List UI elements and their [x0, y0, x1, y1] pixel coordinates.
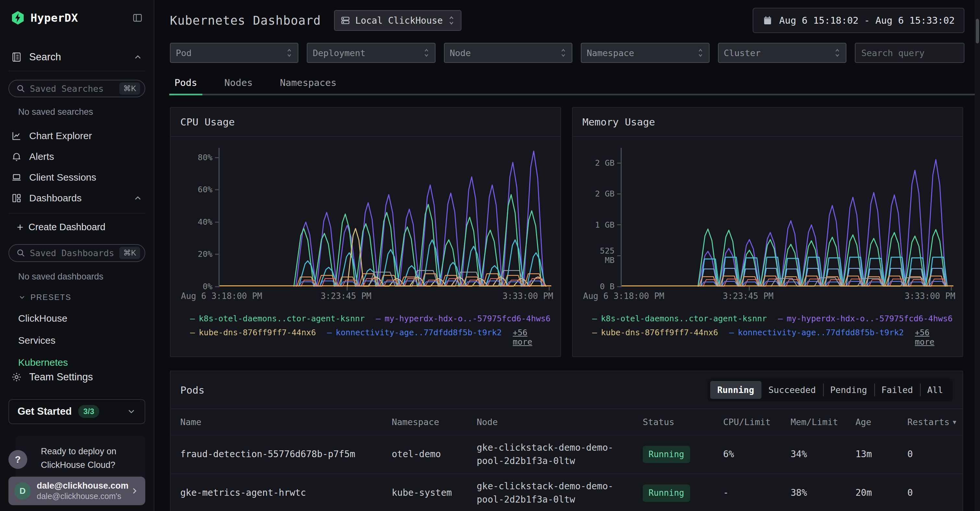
- sidebar-item-client-sessions[interactable]: Client Sessions: [8, 167, 145, 188]
- create-dashboard-button[interactable]: + Create Dashboard: [8, 216, 145, 236]
- col-header-node[interactable]: Node: [477, 417, 643, 427]
- saved-dashboards-input[interactable]: Saved Dashboards ⌘K: [8, 244, 145, 262]
- chevron-down-icon: [18, 293, 26, 301]
- user-org: dale@clickhouse.com's: [37, 491, 124, 501]
- pods-panel-title: Pods: [180, 384, 205, 396]
- tab-nodes[interactable]: Nodes: [219, 73, 258, 96]
- chevron-updown-icon: [834, 48, 840, 58]
- sidebar-item-chart-explorer[interactable]: Chart Explorer: [8, 126, 145, 146]
- legend-item[interactable]: —k8s-otel-daemons..ctor-agent-ksnnr: [190, 314, 365, 323]
- pod-filter-select[interactable]: Pod: [170, 43, 298, 63]
- pod-age: 20m: [856, 486, 907, 500]
- deployment-filter-select[interactable]: Deployment: [307, 43, 435, 63]
- presets-toggle[interactable]: PRESETS: [18, 293, 145, 302]
- cluster-filter-select[interactable]: Cluster: [718, 43, 846, 63]
- namespace-filter-label: Namespace: [587, 48, 697, 58]
- pods-table-panel: Pods Running Succeeded Pending Failed Al…: [170, 371, 963, 511]
- pod-namespace: kube-system: [392, 486, 477, 500]
- saved-searches-input[interactable]: Saved Searches ⌘K: [8, 80, 145, 97]
- status-filter-failed[interactable]: Failed: [874, 381, 920, 399]
- scrollbar-thumb[interactable]: [976, 19, 979, 43]
- col-header-mem[interactable]: Mem/Limit: [791, 417, 856, 427]
- vertical-scrollbar[interactable]: [975, 0, 980, 511]
- status-filter-succeeded[interactable]: Succeeded: [761, 381, 823, 399]
- pod-mem: 34%: [791, 448, 856, 461]
- x-axis-tick: [549, 287, 550, 291]
- promo-line1: Ready to deploy on: [41, 445, 139, 458]
- tab-pods[interactable]: Pods: [169, 73, 202, 96]
- chevron-up-icon: [133, 52, 143, 62]
- saved-searches-placeholder: Saved Searches: [30, 84, 115, 94]
- no-saved-searches-text: No saved searches: [18, 107, 145, 117]
- col-header-restarts[interactable]: Restarts ▼: [907, 417, 963, 427]
- pod-node: gke-clickstack-demo-demo- pool-2d2b1f3a-…: [477, 441, 643, 468]
- pod-cpu: -: [723, 486, 791, 500]
- get-started-button[interactable]: Get Started 3/3: [8, 399, 145, 424]
- status-filter-running[interactable]: Running: [710, 381, 761, 399]
- date-range-picker[interactable]: Aug 6 15:18:02 - Aug 6 15:33:02: [752, 8, 964, 33]
- tab-namespaces[interactable]: Namespaces: [275, 73, 342, 96]
- kbd-shortcut: ⌘K: [119, 82, 140, 95]
- avatar: D: [14, 482, 31, 500]
- col-header-status[interactable]: Status: [643, 417, 723, 427]
- pod-cpu: 6%: [723, 448, 791, 461]
- sidebar-item-team-settings[interactable]: Team Settings: [8, 368, 145, 386]
- source-selector[interactable]: Local ClickHouse: [334, 10, 462, 31]
- divider: [8, 71, 145, 71]
- legend-more-link[interactable]: +56 more: [915, 328, 953, 347]
- chevron-down-icon: [126, 407, 136, 416]
- pod-restarts: 0: [907, 486, 963, 500]
- sidebar-item-label: Dashboards: [29, 193, 82, 204]
- header: Kubernetes Dashboard Local ClickHouse Au…: [154, 0, 980, 39]
- legend-item[interactable]: —my-hyperdx-hdx-o..-57975fcd6-4hws6: [778, 314, 953, 323]
- namespace-filter-select[interactable]: Namespace: [581, 43, 709, 63]
- laptop-icon: [11, 172, 22, 183]
- col-header-age[interactable]: Age: [856, 417, 907, 427]
- memory-usage-panel: Memory Usage 2 GB2 GB1 GB525 MB0 B Aug 6…: [572, 107, 963, 357]
- col-header-cpu[interactable]: CPU/Limit: [723, 417, 791, 427]
- status-filter-all[interactable]: All: [920, 381, 950, 399]
- deployment-filter-label: Deployment: [313, 48, 423, 58]
- preset-clickhouse[interactable]: ClickHouse: [18, 313, 145, 324]
- cpu-usage-chart: 80%60%40%20%0%: [219, 148, 551, 287]
- sidebar-item-label: Client Sessions: [29, 172, 96, 183]
- sidebar-collapse-icon[interactable]: [132, 12, 143, 24]
- table-row[interactable]: gke-metrics-agent-hrwtc kube-system gke-…: [170, 474, 963, 511]
- bell-icon: [11, 151, 22, 162]
- legend-item[interactable]: —konnectivity-age..77dfdd8f5b-t9rk2: [729, 328, 904, 337]
- dashboard-grid-icon: [11, 193, 22, 204]
- legend-item[interactable]: —k8s-otel-daemons..ctor-agent-ksnnr: [592, 314, 767, 323]
- legend-item[interactable]: —my-hyperdx-hdx-o..-57975fcd6-4hws6: [376, 314, 550, 323]
- preset-services[interactable]: Services: [18, 335, 145, 346]
- logo-row: HyperDX: [8, 8, 145, 27]
- sidebar-item-search[interactable]: Search: [8, 48, 145, 66]
- search-query-input[interactable]: Search query: [855, 43, 964, 63]
- chevron-up-icon: [133, 193, 143, 203]
- node-filter-select[interactable]: Node: [444, 43, 573, 63]
- tabs-underline: [169, 94, 980, 96]
- memory-legend: —k8s-otel-daemons..ctor-agent-ksnnr —my-…: [573, 307, 963, 357]
- x-axis-tick: [347, 287, 348, 291]
- series-my-hyperdx-hdx-o..-57975fcd6-4hws6: [698, 159, 946, 287]
- help-button[interactable]: ?: [8, 450, 27, 469]
- y-axis-tick: 2 GB: [579, 189, 622, 199]
- status-filter-pending[interactable]: Pending: [823, 381, 874, 399]
- chevron-updown-icon: [448, 15, 455, 25]
- search-icon: [16, 84, 25, 93]
- preset-kubernetes[interactable]: Kubernetes: [18, 357, 145, 368]
- sidebar-item-dashboards[interactable]: Dashboards: [8, 188, 145, 209]
- x-axis-label: Aug 6 3:18:00 PM: [181, 291, 262, 301]
- divider: [8, 213, 145, 214]
- table-row[interactable]: fraud-detection-55776d678b-p7f5m otel-de…: [170, 435, 963, 474]
- sidebar-item-alerts[interactable]: Alerts: [8, 146, 145, 167]
- col-header-namespace[interactable]: Namespace: [392, 417, 477, 427]
- dashboard-content: CPU Usage 80%60%40%20%0% Aug 6 3:18:00 P…: [154, 96, 980, 511]
- col-header-name[interactable]: Name: [180, 417, 392, 427]
- legend-more-link[interactable]: +56 more: [513, 328, 550, 347]
- legend-item[interactable]: —kube-dns-876ff9ff7-44nx6: [592, 328, 718, 337]
- pod-filter-label: Pod: [176, 48, 286, 58]
- chevron-updown-icon: [697, 48, 704, 58]
- legend-item[interactable]: —konnectivity-age..77dfdd8f5b-t9rk2: [327, 328, 502, 337]
- user-menu[interactable]: D dale@clickhouse.com dale@clickhouse.co…: [8, 477, 145, 505]
- legend-item[interactable]: —kube-dns-876ff9ff7-44nx6: [190, 328, 316, 337]
